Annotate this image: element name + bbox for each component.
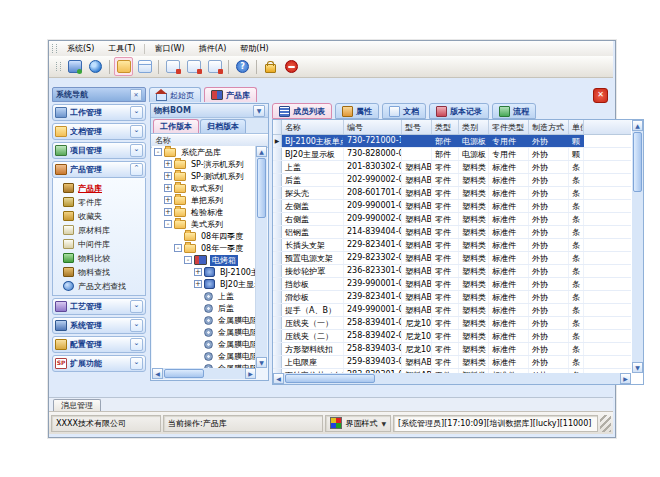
expand-icon[interactable]: + <box>164 196 172 204</box>
tree-node-SP-测试机系列[interactable]: +SP-测试机系列 <box>152 170 255 182</box>
table-row[interactable]: 提手（A、B）249-990001-01X塑料ABS零件塑料类标准件外协条 <box>273 304 631 317</box>
tree-vertical-scrollbar[interactable]: ▲▼ <box>256 146 267 368</box>
menu-plugin[interactable]: 插件(A) <box>192 42 234 55</box>
column-header-编号[interactable]: 编号 <box>344 120 402 134</box>
tree-node-美式系列[interactable]: -美式系列 <box>152 218 255 230</box>
sidebar-item-产品库[interactable]: 产品库 <box>53 181 145 195</box>
table-row[interactable]: 压线夹（二）258-839402-00X尼龙1010零件塑料类标准件外协条 <box>273 330 631 343</box>
sidebar-header-button[interactable]: ✕ <box>130 89 142 101</box>
chevron-down-icon[interactable]: ⌄ <box>130 300 143 313</box>
tab-成员列表[interactable]: 成员列表 <box>272 103 332 119</box>
scroll-up-button[interactable]: ▲ <box>632 120 643 131</box>
window-resize-grip[interactable] <box>600 415 611 432</box>
tree-node-后盖[interactable]: 后盖 <box>152 302 255 314</box>
sidebar-group-配置管理[interactable]: 配置管理⌄ <box>52 336 146 353</box>
tree-node-系统产品库[interactable]: -系统产品库 <box>152 146 255 158</box>
expand-icon[interactable]: + <box>164 172 172 180</box>
scroll-thumb[interactable] <box>257 158 266 218</box>
tab-文档[interactable]: 文档 <box>382 103 426 119</box>
table-row[interactable]: 预置电源支架229-823302-00X塑料ABS零件塑料类标准件外协条 <box>273 252 631 265</box>
table-row[interactable]: 上盖201-830302-00X塑料ABS零件塑料类标准件外协条 <box>273 161 631 174</box>
sidebar-group-系统管理[interactable]: 系统管理⌄ <box>52 317 146 334</box>
monitor-icon-button[interactable] <box>65 57 84 76</box>
chevron-down-icon[interactable]: ⌄ <box>130 125 143 138</box>
tree-node-检验标准[interactable]: +检验标准 <box>152 206 255 218</box>
toolbar-grip-2[interactable] <box>56 62 61 71</box>
tree-node-单把系列[interactable]: +单把系列 <box>152 194 255 206</box>
sidebar-group-文档管理[interactable]: 文档管理⌄ <box>52 123 146 140</box>
table-row[interactable]: 上电限座259-839403-00X塑料ABS零件塑料类标准件外协条 <box>273 356 631 369</box>
window-badge-icon-2-button[interactable] <box>184 57 203 76</box>
chevron-down-icon[interactable]: ⌄ <box>130 319 143 332</box>
tree-horizontal-scrollbar[interactable]: ◀▶ <box>152 368 256 379</box>
sidebar-group-工艺管理[interactable]: 工艺管理⌄ <box>52 298 146 315</box>
table-row[interactable]: ▶BJ-2100主板单点730-721000-12X部件电源板专用件外协颗 <box>273 135 631 148</box>
tab-版本记录[interactable]: 版本记录 <box>429 103 489 119</box>
column-header-型号[interactable]: 型号 <box>402 120 432 134</box>
table-row[interactable]: BJ20主显示板730-828000-04X部件电源板专用件外协颗 <box>273 148 631 161</box>
help-icon-button[interactable]: ? <box>233 57 252 76</box>
bom-panel-button[interactable]: ▼ <box>253 105 265 117</box>
window-badge-icon-1-button[interactable] <box>163 57 182 76</box>
scroll-up-button[interactable]: ▲ <box>256 146 267 157</box>
scroll-thumb[interactable] <box>633 132 642 192</box>
menu-system[interactable]: 系统(S) <box>60 42 101 55</box>
sidebar-item-零件库[interactable]: 零件库 <box>53 195 145 209</box>
table-row[interactable]: 右侧盖209-990002-01X塑料ABS零件塑料类标准件外协条 <box>273 213 631 226</box>
collapse-icon[interactable]: - <box>174 244 182 252</box>
scroll-left-button[interactable]: ◀ <box>273 373 284 384</box>
version-tab-工作版本[interactable]: 工作版本 <box>153 119 199 133</box>
tab-属性[interactable]: 属性 <box>335 103 379 119</box>
expand-icon[interactable]: + <box>164 160 172 168</box>
menu-tools[interactable]: 工具(T) <box>101 42 142 55</box>
doc-tab-起始页[interactable]: 起始页 <box>149 87 201 102</box>
menu-window[interactable]: 窗口(W) <box>147 42 191 55</box>
chevron-up-icon[interactable]: ⌃ <box>130 163 143 176</box>
column-header-类型[interactable]: 类型 <box>432 120 459 134</box>
table-row[interactable]: 压线夹（一）258-839401-00X尼龙1010零件塑料类标准件外协条 <box>273 317 631 330</box>
expand-icon[interactable]: + <box>194 268 202 276</box>
tree-node-08年四季度[interactable]: 08年四季度 <box>152 230 255 242</box>
close-document-button[interactable]: ✕ <box>593 88 608 103</box>
collapse-icon[interactable]: - <box>184 256 192 264</box>
chevron-down-icon[interactable]: ⌄ <box>130 144 143 157</box>
chevron-down-icon[interactable]: ⌄ <box>130 338 143 351</box>
column-header-类别[interactable]: 类别 <box>459 120 489 134</box>
table-row[interactable]: 铝钢盖214-839404-01X塑料ABS零件塑料类标准件外协条 <box>273 226 631 239</box>
tab-流程[interactable]: 流程 <box>492 103 536 119</box>
table-row[interactable]: 后盖202-990002-01X塑料ABS零件塑料类标准件外协条 <box>273 174 631 187</box>
sidebar-group-产品管理[interactable]: 产品管理⌃ <box>52 161 146 178</box>
table-row[interactable]: 方形塑料线扣258-839403-00X尼龙1010零件塑料类标准件外协条 <box>273 343 631 356</box>
chevron-down-icon[interactable]: ⌄ <box>130 106 143 119</box>
table-row[interactable]: 探头壳208-601701-01X塑料ABS零件塑料类标准件外协条 <box>273 187 631 200</box>
grid-horizontal-scrollbar[interactable]: ◀▶ <box>273 373 631 384</box>
table-row[interactable]: 接纱轮护罩236-823301-00X塑料ABS零件塑料类标准件外协条 <box>273 265 631 278</box>
scroll-right-button[interactable]: ▶ <box>245 368 256 379</box>
table-row[interactable]: 滑纱板239-823401-00X塑料ABS零件塑料类标准件外协条 <box>273 291 631 304</box>
tree-node-金属膜电阻器[interactable]: 金属膜电阻器 <box>152 338 255 350</box>
column-header-名称[interactable]: 名称 <box>282 120 344 134</box>
scroll-down-button[interactable]: ▼ <box>256 357 267 368</box>
scroll-down-button[interactable]: ▼ <box>632 362 643 373</box>
toolbar-grip[interactable] <box>52 44 57 53</box>
doc-tab-产品库[interactable]: 产品库 <box>204 87 257 102</box>
tree-node-BJ20主显示板[interactable]: +BJ20主显示板 <box>152 278 255 290</box>
window-badge-icon-3-button[interactable] <box>205 57 224 76</box>
scroll-right-button[interactable]: ▶ <box>620 373 631 384</box>
scroll-thumb[interactable] <box>164 369 204 378</box>
lock-icon-button[interactable] <box>261 57 280 76</box>
collapse-icon[interactable]: - <box>154 148 162 156</box>
chevron-down-icon[interactable]: ⌄ <box>130 357 143 370</box>
table-row[interactable]: 挡纱板239-990001-01X塑料ABS零件塑料类标准件外协条 <box>273 278 631 291</box>
sidebar-item-物料查找[interactable]: 物料查找 <box>53 265 145 279</box>
tree-node-电烤箱[interactable]: -电烤箱 <box>152 254 255 266</box>
menu-help[interactable]: 帮助(H) <box>233 42 275 55</box>
scroll-thumb[interactable] <box>285 374 375 383</box>
sidebar-group-扩展功能[interactable]: SP扩展功能⌄ <box>52 355 146 372</box>
collapse-icon[interactable]: - <box>164 220 172 228</box>
sidebar-group-项目管理[interactable]: 项目管理⌄ <box>52 142 146 159</box>
tree-node-08年一季度[interactable]: -08年一季度 <box>152 242 255 254</box>
expand-icon[interactable]: + <box>194 280 202 288</box>
tree-node-金属膜电阻器[interactable]: 金属膜电阻器 <box>152 326 255 338</box>
version-tab-归档版本[interactable]: 归档版本 <box>200 119 246 133</box>
